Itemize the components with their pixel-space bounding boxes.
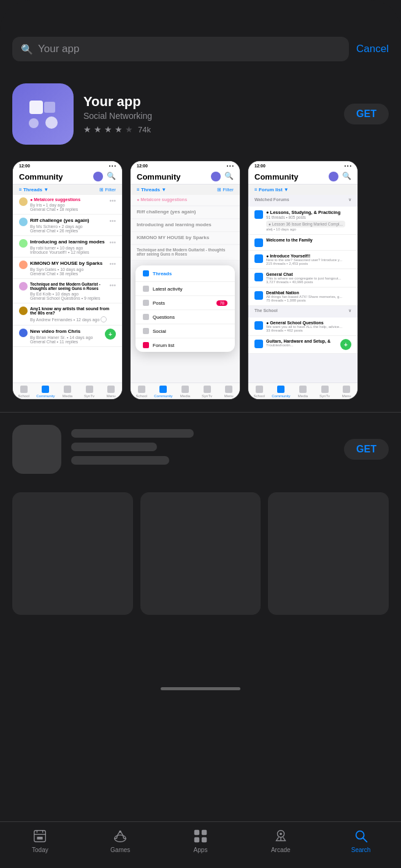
app-card: Your app Social Networking ★ ★ ★ ★ ★ 74k… bbox=[0, 74, 401, 154]
svg-point-1 bbox=[45, 116, 58, 129]
star-4: ★ bbox=[115, 124, 123, 134]
get-button[interactable]: GET bbox=[344, 104, 389, 124]
app-name: Your app bbox=[83, 94, 334, 110]
svg-rect-0 bbox=[29, 101, 43, 114]
search-icon: 🔍 bbox=[21, 44, 33, 55]
blurred-line-1 bbox=[71, 429, 194, 438]
star-2: ★ bbox=[94, 124, 102, 134]
nav-arcade[interactable]: Arcade bbox=[240, 828, 321, 853]
nav-apps-label: Apps bbox=[194, 847, 208, 853]
svg-rect-3 bbox=[44, 102, 55, 113]
cancel-button[interactable]: Cancel bbox=[356, 43, 389, 55]
screenshot-2: 12:00 ▪ ▪ ▪ Community 🔍 ≡ Threads ▼ bbox=[130, 161, 240, 400]
svg-rect-4 bbox=[34, 831, 46, 842]
nav-games[interactable]: Games bbox=[80, 828, 161, 853]
nav-today[interactable]: Today bbox=[0, 828, 80, 853]
screenshot-1: 12:00 ▪ ▪ ▪ Community 🔍 ≡ Threads ▼ bbox=[12, 161, 123, 400]
today-icon bbox=[32, 828, 48, 844]
svg-point-10 bbox=[119, 831, 121, 833]
svg-rect-8 bbox=[37, 837, 43, 840]
blurred-card: GET bbox=[0, 412, 401, 486]
nav-search-label: Search bbox=[351, 847, 371, 853]
app-icon bbox=[12, 83, 74, 145]
ss1-community-label: Community bbox=[19, 172, 63, 181]
dark-screenshots-row bbox=[0, 486, 401, 621]
star-3: ★ bbox=[104, 124, 112, 134]
app-category: Social Networking bbox=[83, 111, 334, 121]
search-bar-area: 🔍 Cancel bbox=[0, 0, 401, 74]
nav-search[interactable]: Search bbox=[321, 828, 401, 853]
blurred-line-2 bbox=[71, 443, 157, 451]
screenshots-section: 12:00 ▪ ▪ ▪ Community 🔍 ≡ Threads ▼ bbox=[0, 154, 401, 412]
nav-games-label: Games bbox=[110, 847, 130, 853]
dark-screenshot-1 bbox=[12, 492, 133, 615]
rating-count: 74k bbox=[138, 125, 151, 134]
svg-point-19 bbox=[280, 832, 282, 835]
nav-today-label: Today bbox=[32, 847, 48, 853]
ss2-community-label: Community bbox=[137, 172, 181, 181]
svg-rect-14 bbox=[202, 830, 207, 835]
blurred-app-icon bbox=[12, 425, 61, 474]
apps-icon bbox=[193, 828, 208, 844]
svg-line-21 bbox=[363, 838, 367, 842]
search-input[interactable] bbox=[38, 43, 340, 55]
nav-apps[interactable]: Apps bbox=[161, 828, 241, 853]
app-info: Your app Social Networking ★ ★ ★ ★ ★ 74k bbox=[83, 94, 334, 134]
blurred-line-3 bbox=[71, 456, 169, 465]
star-5: ★ bbox=[125, 124, 133, 134]
blurred-get-button[interactable]: GET bbox=[344, 439, 389, 460]
svg-rect-15 bbox=[194, 837, 199, 842]
svg-point-2 bbox=[29, 118, 39, 128]
home-indicator bbox=[161, 687, 240, 690]
games-icon bbox=[112, 828, 128, 844]
ss3-community-label: Community bbox=[254, 172, 299, 181]
blurred-app-info bbox=[71, 429, 334, 470]
star-rating: ★ ★ ★ ★ ★ 74k bbox=[83, 124, 334, 134]
main-content: 🔍 Cancel Your app Social Network bbox=[0, 0, 401, 682]
star-1: ★ bbox=[83, 124, 91, 134]
svg-rect-16 bbox=[202, 837, 207, 842]
nav-arcade-label: Arcade bbox=[271, 847, 291, 853]
screenshot-3: 12:00 ▪ ▪ ▪ Community 🔍 ≡ Forum list ▼ bbox=[248, 161, 358, 400]
search-input-wrapper[interactable]: 🔍 bbox=[12, 37, 349, 61]
dark-screenshot-2 bbox=[140, 492, 261, 615]
device-frame: 🔍 Cancel Your app Social Network bbox=[0, 0, 401, 868]
bottom-nav: Today Games Apps bbox=[0, 821, 401, 868]
dark-screenshot-3 bbox=[268, 492, 389, 615]
search-nav-icon bbox=[353, 828, 369, 844]
svg-rect-13 bbox=[194, 830, 199, 835]
arcade-icon bbox=[273, 828, 289, 844]
